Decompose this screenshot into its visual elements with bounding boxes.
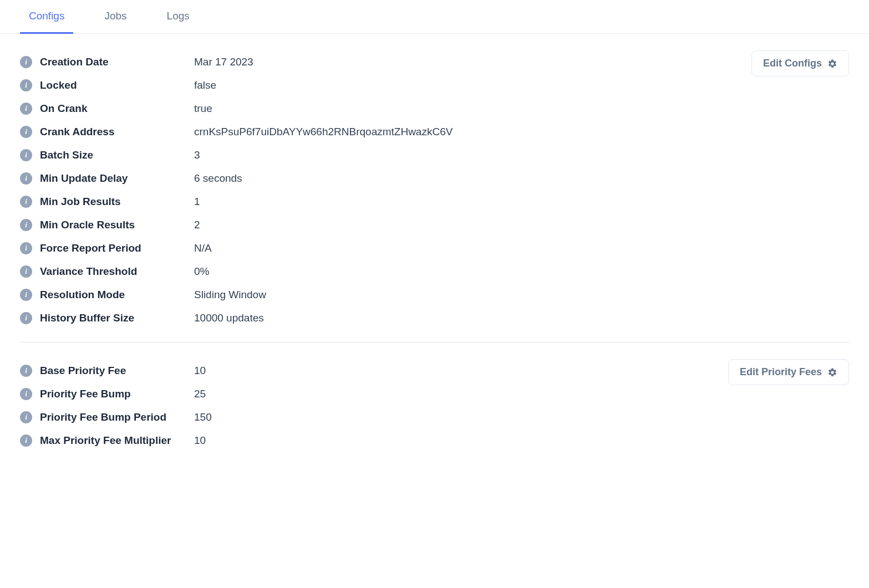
value-locked: false bbox=[194, 79, 216, 91]
info-icon[interactable]: i bbox=[20, 289, 32, 301]
info-icon[interactable]: i bbox=[20, 388, 32, 400]
row-max-priority-fee-multiplier: i Max Priority Fee Multiplier 10 bbox=[20, 429, 849, 452]
value-variance-threshold: 0% bbox=[194, 265, 209, 278]
label-min-job-results: Min Job Results bbox=[40, 196, 194, 208]
edit-priority-fees-button[interactable]: Edit Priority Fees bbox=[728, 359, 849, 385]
value-min-update-delay: 6 seconds bbox=[194, 172, 242, 185]
configs-section: Edit Configs i Creation Date Mar 17 2023… bbox=[20, 50, 849, 330]
info-icon[interactable]: i bbox=[20, 126, 32, 138]
tab-jobs[interactable]: Jobs bbox=[95, 0, 135, 34]
label-creation-date: Creation Date bbox=[40, 56, 194, 68]
gear-icon bbox=[827, 59, 837, 69]
value-force-report-period: N/A bbox=[194, 242, 212, 254]
row-min-update-delay: i Min Update Delay 6 seconds bbox=[20, 167, 849, 190]
row-min-job-results: i Min Job Results 1 bbox=[20, 190, 849, 213]
edit-priority-fees-label: Edit Priority Fees bbox=[740, 366, 822, 378]
edit-configs-label: Edit Configs bbox=[763, 58, 822, 69]
row-variance-threshold: i Variance Threshold 0% bbox=[20, 260, 849, 283]
label-min-update-delay: Min Update Delay bbox=[40, 172, 194, 185]
tab-logs[interactable]: Logs bbox=[158, 0, 199, 34]
page-container: Configs Jobs Logs Edit Configs i Creatio… bbox=[0, 0, 869, 463]
info-icon[interactable]: i bbox=[20, 219, 32, 231]
value-priority-fee-bump: 25 bbox=[194, 388, 206, 400]
label-batch-size: Batch Size bbox=[40, 149, 194, 161]
label-priority-fee-bump: Priority Fee Bump bbox=[40, 388, 194, 400]
content-area: Edit Configs i Creation Date Mar 17 2023… bbox=[0, 34, 869, 463]
label-variance-threshold: Variance Threshold bbox=[40, 265, 194, 278]
value-min-oracle-results: 2 bbox=[194, 219, 200, 231]
info-icon[interactable]: i bbox=[20, 365, 32, 377]
info-icon[interactable]: i bbox=[20, 434, 32, 447]
priority-fees-section: Edit Priority Fees i Base Priority Fee 1… bbox=[20, 342, 849, 452]
gear-icon bbox=[827, 367, 837, 377]
row-crank-address: i Crank Address crnKsPsuP6f7uiDbAYYw66h2… bbox=[20, 120, 849, 144]
label-base-priority-fee: Base Priority Fee bbox=[40, 365, 194, 377]
info-icon[interactable]: i bbox=[20, 56, 32, 68]
row-locked: i Locked false bbox=[20, 74, 849, 97]
info-icon[interactable]: i bbox=[20, 196, 32, 208]
row-min-oracle-results: i Min Oracle Results 2 bbox=[20, 213, 849, 237]
info-icon[interactable]: i bbox=[20, 149, 32, 161]
info-icon[interactable]: i bbox=[20, 411, 32, 423]
row-priority-fee-bump: i Priority Fee Bump 25 bbox=[20, 382, 849, 406]
value-min-job-results: 1 bbox=[194, 196, 200, 208]
row-base-priority-fee: i Base Priority Fee 10 bbox=[20, 359, 849, 382]
row-creation-date: i Creation Date Mar 17 2023 bbox=[20, 50, 849, 74]
info-icon[interactable]: i bbox=[20, 265, 32, 278]
value-resolution-mode: Sliding Window bbox=[194, 289, 266, 301]
value-creation-date: Mar 17 2023 bbox=[194, 56, 253, 68]
label-locked: Locked bbox=[40, 79, 194, 91]
label-history-buffer-size: History Buffer Size bbox=[40, 312, 194, 324]
row-history-buffer-size: i History Buffer Size 10000 updates bbox=[20, 306, 849, 330]
info-icon[interactable]: i bbox=[20, 172, 32, 185]
row-batch-size: i Batch Size 3 bbox=[20, 144, 849, 167]
label-max-priority-fee-multiplier: Max Priority Fee Multiplier bbox=[40, 434, 194, 447]
value-on-crank: true bbox=[194, 103, 212, 115]
tab-configs[interactable]: Configs bbox=[20, 0, 73, 34]
row-resolution-mode: i Resolution Mode Sliding Window bbox=[20, 283, 849, 306]
value-priority-fee-bump-period: 150 bbox=[194, 411, 212, 423]
info-icon[interactable]: i bbox=[20, 312, 32, 324]
label-crank-address: Crank Address bbox=[40, 126, 194, 138]
info-icon[interactable]: i bbox=[20, 103, 32, 115]
value-history-buffer-size: 10000 updates bbox=[194, 312, 264, 324]
label-on-crank: On Crank bbox=[40, 103, 194, 115]
row-force-report-period: i Force Report Period N/A bbox=[20, 237, 849, 260]
info-icon[interactable]: i bbox=[20, 79, 32, 91]
label-min-oracle-results: Min Oracle Results bbox=[40, 219, 194, 231]
value-base-priority-fee: 10 bbox=[194, 365, 206, 377]
value-max-priority-fee-multiplier: 10 bbox=[194, 434, 206, 447]
value-crank-address: crnKsPsuP6f7uiDbAYYw66h2RNBrqoazmtZHwazk… bbox=[194, 126, 453, 138]
value-batch-size: 3 bbox=[194, 149, 200, 161]
label-resolution-mode: Resolution Mode bbox=[40, 289, 194, 301]
row-priority-fee-bump-period: i Priority Fee Bump Period 150 bbox=[20, 406, 849, 429]
row-on-crank: i On Crank true bbox=[20, 97, 849, 120]
edit-configs-button[interactable]: Edit Configs bbox=[751, 50, 849, 76]
label-force-report-period: Force Report Period bbox=[40, 242, 194, 254]
label-priority-fee-bump-period: Priority Fee Bump Period bbox=[40, 411, 194, 423]
tab-bar: Configs Jobs Logs bbox=[0, 0, 869, 34]
info-icon[interactable]: i bbox=[20, 242, 32, 254]
